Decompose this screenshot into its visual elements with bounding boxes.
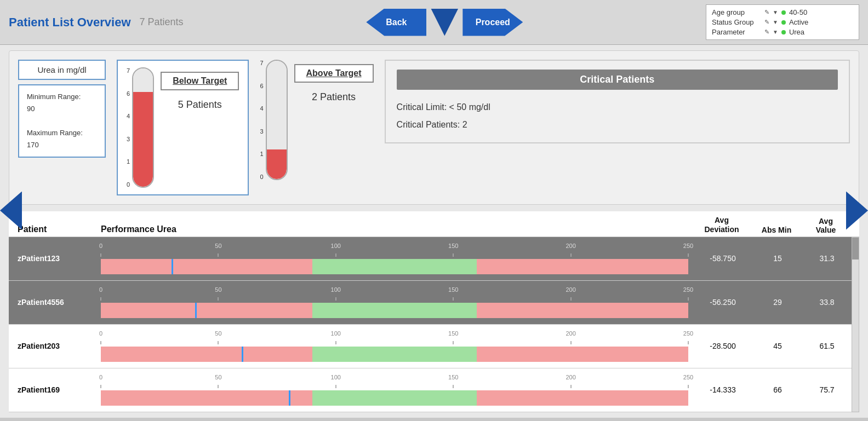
summary-panel: Urea in mg/dl Minimum Range: 90 Maximum … <box>9 50 859 205</box>
abs-min-value: 15 <box>753 254 802 263</box>
table-row[interactable]: zPatient203050100150200250-28.5004561.5 <box>9 325 852 368</box>
col-performance-header: Performance Urea <box>96 224 692 234</box>
scale-tick: 200 <box>566 286 575 293</box>
below-target-button[interactable]: Below Target <box>161 72 239 90</box>
scale-tick: 100 <box>331 330 341 337</box>
col-avg-dev-header: AvgDeviation <box>692 216 752 234</box>
range-box: Minimum Range: 90 Maximum Range: 170 <box>18 84 106 158</box>
table-row[interactable]: zPatient4556050100150200250-56.2502933.8 <box>9 281 852 325</box>
scale-tick: 100 <box>331 286 341 293</box>
above-target-section: 7 6 4 3 1 0 Above Targe <box>260 60 373 180</box>
top-bar: Patient List Overview 7 Patients Back Pr… <box>0 0 868 45</box>
critical-section: Critical Patients Critical Limit: < 50 m… <box>385 60 850 143</box>
urea-info: Urea in mg/dl Minimum Range: 90 Maximum … <box>18 60 106 158</box>
scale-tick: 150 <box>448 243 458 249</box>
avg-value-value: 31.3 <box>802 254 852 263</box>
page-title: Patient List Overview <box>9 15 131 30</box>
scale-tick: 150 <box>448 330 458 337</box>
down-arrow-icon <box>431 9 458 36</box>
patient-count: 7 Patients <box>140 16 184 28</box>
patient-name: zPatient123 <box>9 254 96 263</box>
status-group-status-dot <box>781 20 786 25</box>
parameter-arrow-icon[interactable]: ▼ <box>773 29 778 35</box>
avg-value-value: 33.8 <box>802 298 852 307</box>
scale-tick: 50 <box>215 330 221 337</box>
scale-tick: 150 <box>448 286 458 293</box>
age-group-arrow-icon[interactable]: ▼ <box>773 9 778 15</box>
scale-tick: 50 <box>215 374 221 380</box>
max-range-value: 170 <box>27 141 39 149</box>
perf-chart: 050100150200250 <box>96 240 693 276</box>
scale-tick: 0 <box>99 330 102 337</box>
parameter-value: Urea <box>789 28 804 36</box>
green-bar <box>312 259 477 274</box>
green-bar <box>312 303 477 318</box>
therm-scale-left: 7 6 4 3 1 0 <box>127 67 132 188</box>
blue-avg-line <box>195 303 197 318</box>
avg-deviation-value: -58.750 <box>693 254 753 263</box>
status-group-arrow-icon[interactable]: ▼ <box>773 19 778 25</box>
age-group-label: Age group <box>712 8 761 16</box>
status-group-edit-icon[interactable]: ✎ <box>764 19 769 26</box>
max-range-label: Maximum Range: <box>27 129 83 137</box>
abs-min-value: 66 <box>753 385 802 394</box>
scale-tick: 50 <box>215 286 221 293</box>
table-main: zPatient123050100150200250-58.7501531.3z… <box>9 237 852 412</box>
avg-deviation-value: -14.333 <box>693 385 753 394</box>
proceed-button[interactable]: Proceed <box>462 9 523 36</box>
scale-tick: 0 <box>99 243 102 249</box>
parameter-status-dot <box>781 30 786 34</box>
abs-min-value: 45 <box>753 342 802 350</box>
scrollbar-track[interactable] <box>852 237 859 412</box>
scale-tick: 0 <box>99 286 102 293</box>
scale-tick: 250 <box>683 286 693 293</box>
thermometer-right <box>266 60 288 180</box>
above-target-button[interactable]: Above Target <box>294 64 374 83</box>
scale-tick: 50 <box>215 243 221 249</box>
chart-scale-row: 050100150200250 <box>101 286 688 296</box>
scale-tick: 200 <box>566 243 575 249</box>
col-abs-min-header: Abs Min <box>752 226 801 234</box>
scale-tick: 100 <box>331 243 341 249</box>
perf-chart: 050100150200250 <box>96 284 693 320</box>
avg-dev-label: AvgDeviation <box>704 216 739 234</box>
blue-avg-line <box>242 347 243 362</box>
avg-value-value: 61.5 <box>802 342 852 350</box>
parameter-filter-row: Parameter ✎ ▼ Urea <box>712 28 853 36</box>
status-group-label: Status Group <box>712 18 761 26</box>
min-range-value: 90 <box>27 105 35 113</box>
patient-name: zPatient203 <box>9 342 96 350</box>
age-group-value: 40-50 <box>789 8 807 16</box>
critical-limit: Critical Limit: < 50 mg/dl <box>397 99 838 116</box>
bar-container <box>101 259 688 274</box>
parameter-label: Parameter <box>712 28 761 36</box>
therm-scale-right: 7 6 4 3 1 0 <box>260 60 265 180</box>
green-bar <box>312 347 477 362</box>
parameter-edit-icon[interactable]: ✎ <box>764 28 769 36</box>
age-group-edit-icon[interactable]: ✎ <box>764 9 769 16</box>
scale-tick: 100 <box>331 374 341 380</box>
bar-container <box>101 347 688 362</box>
filters-panel: Age group ✎ ▼ 40-50 Status Group ✎ ▼ Act… <box>706 4 859 40</box>
avg-deviation-value: -56.250 <box>693 298 753 307</box>
col-patient-header: Patient <box>9 224 96 234</box>
status-group-filter-row: Status Group ✎ ▼ Active <box>712 18 853 26</box>
table-wrapper: zPatient123050100150200250-58.7501531.3z… <box>9 237 859 412</box>
critical-info: Critical Limit: < 50 mg/dl Critical Pati… <box>397 99 838 134</box>
scrollbar-thumb[interactable] <box>852 238 859 259</box>
below-target-section: 7 6 4 3 1 0 Below Targe <box>117 60 249 195</box>
nav-buttons: Back Proceed <box>366 9 523 36</box>
table-row[interactable]: zPatient123050100150200250-58.7501531.3 <box>9 237 852 281</box>
patient-name: zPatient4556 <box>9 298 96 307</box>
scale-tick: 200 <box>566 330 575 337</box>
avg-value-value: 75.7 <box>802 385 852 394</box>
blue-avg-line <box>289 390 290 406</box>
chart-scale-row: 050100150200250 <box>101 374 688 384</box>
back-button[interactable]: Back <box>366 9 426 36</box>
bar-container <box>101 390 688 406</box>
table-row[interactable]: zPatient169050100150200250-14.3336675.7 <box>9 368 852 412</box>
critical-header: Critical Patients <box>397 70 838 90</box>
perf-chart: 050100150200250 <box>96 372 693 408</box>
chart-scale-row: 050100150200250 <box>101 243 688 252</box>
table-area: Patient Performance Urea AvgDeviation Ab… <box>9 211 859 412</box>
